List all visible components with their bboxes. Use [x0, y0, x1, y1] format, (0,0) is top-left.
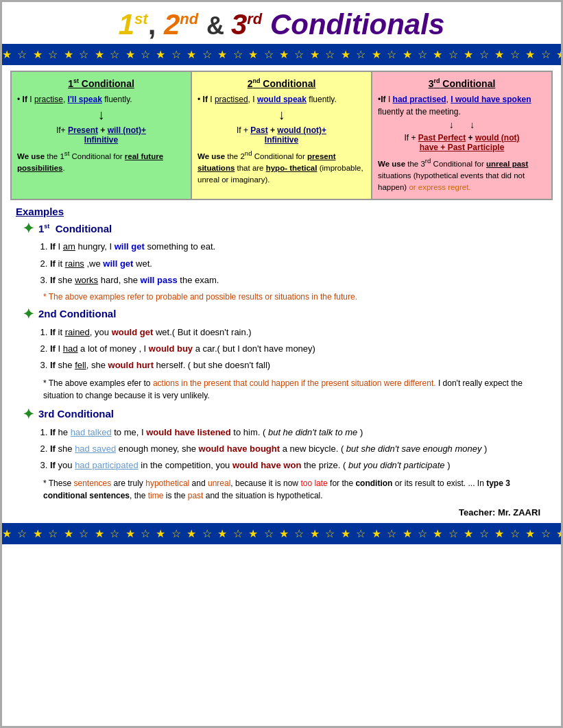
list-item: If he had talked to me, I would have lis… — [50, 425, 547, 440]
list-item: If it rained, you would get wet.( But it… — [50, 325, 547, 340]
third-conditional-column: 3rd Conditional •If I had practised, I w… — [372, 72, 551, 199]
list-item: If she works hard, she will pass the exa… — [50, 273, 547, 288]
second-cond-subtitle: ✦ 2nd Conditional — [23, 306, 547, 322]
examples-section: Examples ✦ 1st Conditional If I am hungr… — [10, 206, 553, 518]
second-cond-note: * The above examples efer to actions in … — [43, 377, 547, 402]
third-plus-icon: ✦ — [23, 406, 34, 422]
second-plus-icon: ✦ — [23, 306, 34, 322]
title-conditionals: Conditionals — [270, 8, 444, 40]
second-conditional-column: 2nd Conditional • If I practised, I woul… — [192, 72, 372, 199]
third-cond-usage: We use the 3rd Conditional for unreal pa… — [378, 156, 546, 194]
page-title: 1st, 2nd & 3rd Conditionals — [12, 9, 551, 40]
page: 1st, 2nd & 3rd Conditionals ★ ☆ ★ ☆ ★ ☆ … — [0, 0, 563, 728]
third-cond-formula: If + Past Perfect + would (not)have + Pa… — [378, 133, 546, 152]
examples-title: Examples — [16, 206, 547, 217]
star-border-top: ★ ☆ ★ ☆ ★ ☆ ★ ☆ ★ ☆ ★ ☆ ★ ☆ ★ ☆ ★ ☆ ★ ☆ … — [2, 44, 561, 65]
third-cond-note: * These sentences are truly hypothetical… — [43, 477, 547, 502]
list-item: If she had saved enough money, she would… — [50, 441, 547, 457]
first-plus-icon: ✦ — [23, 220, 34, 236]
first-cond-formula: If+ Present + will (not)+Infinitive — [17, 125, 185, 145]
header: 1st, 2nd & 3rd Conditionals — [2, 2, 561, 44]
star-border-bottom: ★ ☆ ★ ☆ ★ ☆ ★ ☆ ★ ☆ ★ ☆ ★ ☆ ★ ☆ ★ ☆ ★ ☆ … — [2, 523, 561, 544]
main-content: 1st Conditional • If I practise, I'll sp… — [2, 65, 561, 523]
third-cond-example: •If I had practised, I would have spoken… — [378, 93, 546, 118]
first-conditional-column: 1st Conditional • If I practise, I'll sp… — [12, 72, 192, 199]
second-cond-arrow: ↓ — [197, 107, 366, 123]
second-cond-example: • If I practised, I would speak fluently… — [197, 93, 366, 106]
first-cond-subtitle: ✦ 1st Conditional — [23, 220, 547, 236]
third-cond-arrow: ↓ ↓ — [378, 119, 546, 130]
list-item: If I am hungry, I will get something to … — [50, 239, 547, 254]
first-cond-arrow: ↓ — [17, 107, 185, 123]
third-cond-title: 3rd Conditional — [378, 77, 546, 89]
third-cond-label: 3rd Conditional — [38, 408, 114, 420]
first-cond-usage: We use the 1st Conditional for real futu… — [17, 149, 185, 174]
list-item: If it rains ,we will get wet. — [50, 256, 547, 271]
title-3rd: 3rd — [231, 8, 262, 40]
second-cond-usage: We use the 2nd Conditional for present s… — [197, 149, 366, 186]
title-1st: 1st — [119, 8, 148, 40]
teacher-line: Teacher: Mr. ZAARI — [16, 507, 540, 518]
list-item: If she fell, she would hurt herself. ( b… — [50, 358, 547, 373]
second-cond-formula: If + Past + would (not)+Infinitive — [197, 125, 366, 145]
third-cond-list: If he had talked to me, I would have lis… — [50, 425, 547, 473]
third-cond-subtitle: ✦ 3rd Conditional — [23, 406, 547, 422]
list-item: If you had participated in the competiti… — [50, 458, 547, 473]
first-cond-list: If I am hungry, I will get something to … — [50, 239, 547, 287]
first-cond-title: 1st Conditional — [17, 77, 185, 89]
three-columns: 1st Conditional • If I practise, I'll sp… — [10, 71, 553, 200]
first-cond-example: • If I practise, I'll speak fluently. — [17, 93, 185, 106]
second-cond-title: 2nd Conditional — [197, 77, 366, 89]
second-cond-list: If it rained, you would get wet.( But it… — [50, 325, 547, 373]
first-cond-note: * The above examples refer to probable a… — [43, 292, 547, 302]
first-cond-label: 1st Conditional — [38, 223, 112, 234]
second-cond-label: 2nd Conditional — [38, 308, 116, 319]
title-2nd: 2nd — [164, 8, 198, 40]
list-item: If I had a lot of money , I would buy a … — [50, 341, 547, 356]
